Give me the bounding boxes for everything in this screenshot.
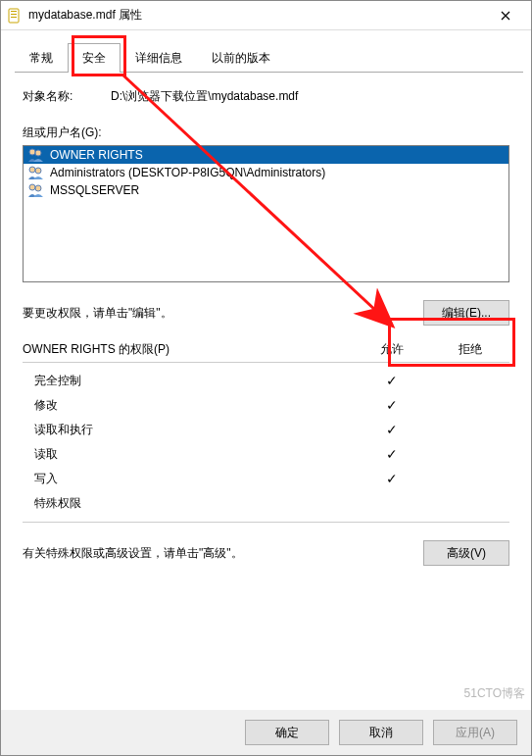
close-button[interactable] (486, 2, 525, 29)
permission-row: 特殊权限 (23, 491, 509, 516)
button-label: 取消 (369, 726, 393, 739)
ok-button[interactable]: 确定 (245, 720, 329, 745)
list-item-label: OWNER RIGHTS (50, 148, 143, 162)
permission-row: 读取 ✓ (23, 442, 509, 467)
apply-button[interactable]: 应用(A) (433, 720, 517, 745)
tab-label: 详细信息 (135, 51, 182, 65)
svg-point-8 (29, 184, 35, 190)
tab-details[interactable]: 详细信息 (121, 43, 197, 73)
deny-cell (431, 422, 509, 438)
object-name-value: D:\浏览器下载位置\mydatabase.mdf (111, 88, 509, 105)
svg-rect-1 (11, 11, 17, 12)
group-icon (27, 148, 45, 162)
svg-point-4 (29, 149, 35, 155)
object-name-label: 对象名称: (23, 88, 111, 105)
tab-label: 以前的版本 (212, 51, 270, 65)
svg-point-7 (35, 168, 41, 174)
deny-cell (431, 495, 509, 512)
permission-row: 完全控制 ✓ (23, 369, 509, 393)
divider (23, 522, 509, 523)
advanced-button[interactable]: 高级(V) (423, 540, 509, 566)
permission-row: 读取和执行 ✓ (23, 418, 509, 442)
svg-rect-3 (11, 17, 17, 18)
permission-row: 修改 ✓ (23, 393, 509, 418)
allow-cell: ✓ (353, 422, 431, 438)
list-item[interactable]: OWNER RIGHTS (24, 146, 508, 164)
group-icon (27, 166, 45, 179)
permission-row: 写入 ✓ (23, 467, 509, 491)
allow-cell: ✓ (353, 471, 431, 487)
advanced-hint-label: 有关特殊权限或高级设置，请单击"高级"。 (23, 545, 413, 562)
watermark-label: 51CTO博客 (464, 685, 525, 702)
permission-name: 读取和执行 (34, 422, 353, 438)
window-title: mydatabase.mdf 属性 (28, 7, 486, 24)
titlebar: mydatabase.mdf 属性 (1, 1, 531, 30)
list-item[interactable]: MSSQLSERVER (24, 181, 508, 199)
file-icon (7, 8, 23, 24)
groups-label: 组或用户名(G): (23, 125, 509, 141)
permission-name: 写入 (34, 471, 353, 487)
button-label: 应用(A) (456, 726, 495, 739)
allow-cell: ✓ (353, 446, 431, 463)
properties-window: mydatabase.mdf 属性 常规 安全 详细信息 以前的版本 对象名称:… (0, 0, 532, 756)
allow-cell (353, 495, 431, 512)
group-icon (27, 183, 45, 197)
advanced-row: 有关特殊权限或高级设置，请单击"高级"。 高级(V) (23, 540, 509, 566)
svg-point-9 (35, 185, 41, 191)
svg-rect-2 (11, 14, 17, 15)
cancel-button[interactable]: 取消 (339, 720, 423, 745)
allow-cell: ✓ (353, 373, 431, 389)
button-label: 确定 (275, 726, 299, 739)
button-label: 编辑(E)... (442, 306, 491, 320)
tab-label: 安全 (82, 51, 106, 65)
deny-cell (431, 446, 509, 463)
deny-column-header: 拒绝 (431, 341, 509, 358)
edit-permissions-row: 要更改权限，请单击"编辑"。 编辑(E)... (23, 300, 509, 326)
list-item-label: MSSQLSERVER (50, 183, 139, 197)
permissions-header: OWNER RIGHTS 的权限(P) 允许 拒绝 (23, 341, 509, 362)
security-pane: 对象名称: D:\浏览器下载位置\mydatabase.mdf 组或用户名(G)… (1, 73, 531, 576)
button-label: 高级(V) (447, 546, 486, 560)
allow-column-header: 允许 (353, 341, 431, 358)
permission-name: 读取 (34, 446, 353, 463)
deny-cell (431, 397, 509, 414)
allow-cell: ✓ (353, 397, 431, 414)
edit-hint-label: 要更改权限，请单击"编辑"。 (23, 305, 423, 322)
list-item[interactable]: Administrators (DESKTOP-P8IG5QN\Administ… (24, 164, 508, 181)
tab-label: 常规 (29, 51, 53, 65)
permissions-header-name: OWNER RIGHTS 的权限(P) (23, 341, 353, 358)
permission-name: 特殊权限 (34, 495, 353, 512)
permission-name: 完全控制 (34, 373, 353, 389)
deny-cell (431, 471, 509, 487)
tab-strip: 常规 安全 详细信息 以前的版本 (15, 42, 523, 73)
divider (23, 362, 509, 363)
object-name-row: 对象名称: D:\浏览器下载位置\mydatabase.mdf (23, 88, 509, 105)
permissions-list: 完全控制 ✓ 修改 ✓ 读取和执行 ✓ 读取 ✓ 写入 ✓ (23, 369, 509, 516)
tab-general[interactable]: 常规 (15, 43, 68, 73)
svg-point-5 (35, 150, 41, 156)
tab-security[interactable]: 安全 (68, 43, 121, 73)
deny-cell (431, 373, 509, 389)
dialog-buttons: 确定 取消 应用(A) (1, 710, 531, 755)
list-item-label: Administrators (DESKTOP-P8IG5QN\Administ… (50, 166, 325, 179)
principals-listbox[interactable]: OWNER RIGHTS Administrators (DESKTOP-P8I… (23, 145, 509, 282)
permission-name: 修改 (34, 397, 353, 414)
svg-point-6 (29, 167, 35, 173)
edit-button[interactable]: 编辑(E)... (423, 300, 509, 326)
tab-previous-versions[interactable]: 以前的版本 (197, 43, 285, 73)
